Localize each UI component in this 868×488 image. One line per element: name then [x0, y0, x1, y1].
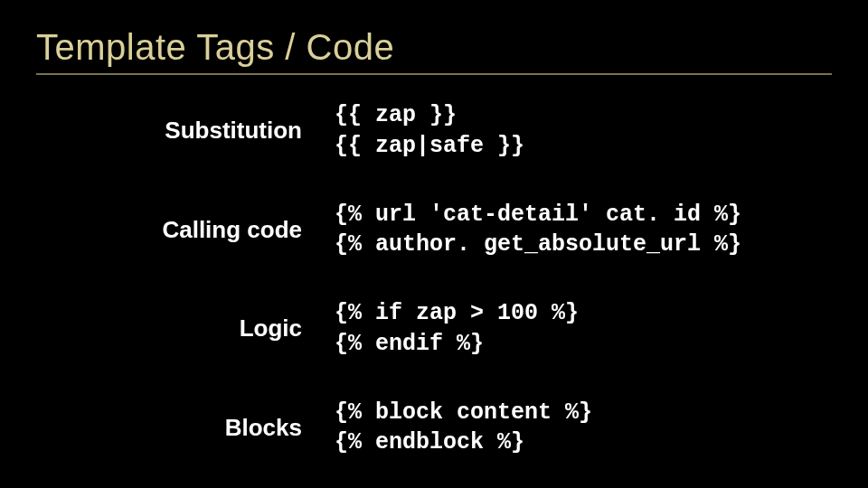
slide-title: Template Tags / Code: [36, 27, 832, 68]
code-blocks: {% block content %} {% endblock %}: [335, 398, 592, 459]
code-substitution: {{ zap }} {{ zap|safe }}: [335, 100, 524, 162]
label-blocks: Blocks: [36, 414, 335, 442]
code-calling-code: {% url 'cat-detail' cat. id %} {% author…: [335, 200, 741, 261]
code-logic: {% if zap > 100 %} {% endif %}: [335, 298, 579, 360]
slide: Template Tags / Code Substitution {{ zap…: [0, 0, 868, 488]
label-calling-code: Calling code: [36, 216, 335, 244]
title-underline: [36, 73, 832, 75]
row-substitution: Substitution {{ zap }} {{ zap|safe }}: [36, 100, 832, 162]
label-substitution: Substitution: [36, 117, 335, 145]
row-calling-code: Calling code {% url 'cat-detail' cat. id…: [36, 200, 832, 261]
row-logic: Logic {% if zap > 100 %} {% endif %}: [36, 298, 832, 360]
row-blocks: Blocks {% block content %} {% endblock %…: [36, 398, 832, 459]
label-logic: Logic: [36, 314, 335, 343]
